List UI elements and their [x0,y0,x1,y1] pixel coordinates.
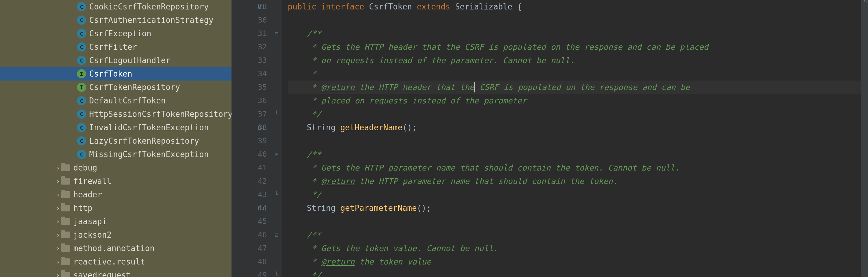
tree-item-DefaultCsrfToken[interactable]: CDefaultCsrfToken [0,94,231,107]
code-token: (); [417,204,431,213]
chevron-right-icon[interactable]: › [55,191,61,198]
project-tree-sidebar[interactable]: CCookieCsrfTokenRepositoryCCsrfAuthentic… [0,0,231,277]
fold-column[interactable]: ⊟└⊟└⊟└ [271,0,282,277]
code-editor[interactable]: 29O↓303132333435363738O↓394041424344O↓45… [231,0,868,277]
class-icon: C [77,109,86,119]
gutter-line[interactable]: 48 [231,255,271,269]
tree-folder-jackson2[interactable]: ›jackson2 [0,228,231,242]
gutter-line[interactable]: 42 [231,174,271,188]
code-line[interactable]: public interface CsrfToken extends Seria… [288,0,868,13]
code-line[interactable] [288,13,868,27]
code-token: * placed on requests instead of the para… [288,96,527,105]
code-line[interactable] [288,134,868,148]
gutter-line[interactable]: 29O↓ [231,0,271,13]
chevron-right-icon[interactable]: › [55,258,61,266]
tree-item-CsrfTokenRepository[interactable]: ICsrfTokenRepository [0,80,231,94]
tree-item-CsrfAuthenticationStrategy[interactable]: CCsrfAuthenticationStrategy [0,13,231,27]
gutter-line[interactable]: 33 [231,54,271,67]
chevron-right-icon[interactable]: › [55,245,61,252]
fold-cell [271,215,282,228]
fold-cell[interactable]: ⊟ [271,27,282,40]
chevron-right-icon[interactable]: › [55,178,61,185]
gutter-line[interactable]: 43 [231,188,271,201]
code-line[interactable] [288,215,868,228]
tree-item-CsrfException[interactable]: CCsrfException [0,27,231,40]
code-line[interactable]: * placed on requests instead of the para… [288,94,868,107]
gutter-line[interactable]: 35 [231,80,271,94]
tree-folder-jaasapi[interactable]: ›jaasapi [0,215,231,228]
code-line[interactable]: * @return the token value [288,255,868,269]
override-marker-icon[interactable]: O↓ [258,201,265,215]
gutter-line[interactable]: 41 [231,161,271,174]
gutter-line[interactable]: 31 [231,27,271,40]
gutter-line[interactable]: 45 [231,215,271,228]
chevron-right-icon[interactable]: › [55,164,61,171]
fold-cell[interactable]: ⊟ [271,148,282,161]
code-line[interactable]: * Gets the HTTP header that the CSRF is … [288,40,868,54]
gutter-line[interactable]: 47 [231,242,271,255]
folder-icon [61,191,70,198]
gutter-line[interactable]: 39 [231,134,271,148]
gutter-line[interactable]: 46 [231,228,271,242]
code-line[interactable]: */ [288,188,868,201]
tree-item-HttpSessionCsrfTokenRepository[interactable]: CHttpSessionCsrfTokenRepository [0,107,231,121]
fold-cell[interactable]: └ [271,188,282,201]
right-tool-label[interactable]: ase [863,0,868,2]
tree-item-MissingCsrfTokenException[interactable]: CMissingCsrfTokenException [0,148,231,161]
gutter-line[interactable]: 38O↓ [231,121,271,134]
code-line[interactable]: * Gets the token value. Cannot be null. [288,242,868,255]
tree-folder-header[interactable]: ›header [0,188,231,201]
code-token: */ [288,271,321,277]
chevron-right-icon[interactable]: › [55,218,61,225]
tree-folder-debug[interactable]: ›debug [0,161,231,174]
tree-item-LazyCsrfTokenRepository[interactable]: CLazyCsrfTokenRepository [0,134,231,148]
gutter-line[interactable]: 32 [231,40,271,54]
fold-cell[interactable]: └ [271,107,282,121]
chevron-right-icon[interactable]: › [55,231,61,239]
code-line[interactable]: /** [288,148,868,161]
tree-folder-http[interactable]: ›http [0,201,231,215]
code-token: CSRF is populated on the response and ca… [475,83,690,92]
tree-item-CsrfToken[interactable]: ICsrfToken [0,67,231,80]
code-line[interactable]: * Gets the HTTP parameter name that shou… [288,161,868,174]
override-marker-icon[interactable]: O↓ [258,121,265,134]
tree-item-label: CsrfTokenRepository [89,83,180,92]
code-line[interactable]: * @return the HTTP header that the CSRF … [288,80,868,94]
code-line[interactable]: String getHeaderName(); [288,121,868,134]
code-line[interactable]: /** [288,228,868,242]
code-area[interactable]: public interface CsrfToken extends Seria… [282,0,868,277]
tree-item-CookieCsrfTokenRepository[interactable]: CCookieCsrfTokenRepository [0,0,231,13]
code-line[interactable]: * [288,67,868,80]
fold-cell[interactable]: └ [271,269,282,277]
gutter-line[interactable]: 49 [231,269,271,277]
gutter-line[interactable]: 36 [231,94,271,107]
line-gutter[interactable]: 29O↓303132333435363738O↓394041424344O↓45… [231,0,271,277]
code-line[interactable]: */ [288,107,868,121]
gutter-line[interactable]: 30 [231,13,271,27]
gutter-line[interactable]: 44O↓ [231,201,271,215]
tree-item-CsrfLogoutHandler[interactable]: CCsrfLogoutHandler [0,54,231,67]
gutter-line[interactable]: 40 [231,148,271,161]
chevron-right-icon[interactable]: › [55,272,61,277]
tree-folder-method-annotation[interactable]: ›method.annotation [0,242,231,255]
chevron-right-icon[interactable]: › [55,204,61,212]
tree-item-CsrfFilter[interactable]: CCsrfFilter [0,40,231,54]
code-line[interactable]: String getParameterName(); [288,201,868,215]
code-line[interactable]: * on requests instead of the parameter. … [288,54,868,67]
code-line[interactable]: /** [288,27,868,40]
tree-folder-savedrequest[interactable]: ›savedrequest [0,269,231,277]
class-icon: C [77,123,86,132]
code-line[interactable]: */ [288,269,868,277]
gutter-line[interactable]: 37 [231,107,271,121]
gutter-line[interactable]: 34 [231,67,271,80]
tree-folder-reactive-result[interactable]: ›reactive.result [0,255,231,269]
folder-icon [61,272,70,277]
fold-cell[interactable]: ⊟ [271,228,282,242]
override-marker-icon[interactable]: O↓ [258,0,265,13]
tree-folder-firewall[interactable]: ›firewall [0,174,231,188]
right-tool-ribbon[interactable]: ase [861,0,868,277]
fold-cell [271,121,282,134]
code-token: extends [417,2,455,11]
code-line[interactable]: * @return the HTTP parameter name that s… [288,174,868,188]
tree-item-InvalidCsrfTokenException[interactable]: CInvalidCsrfTokenException [0,121,231,134]
